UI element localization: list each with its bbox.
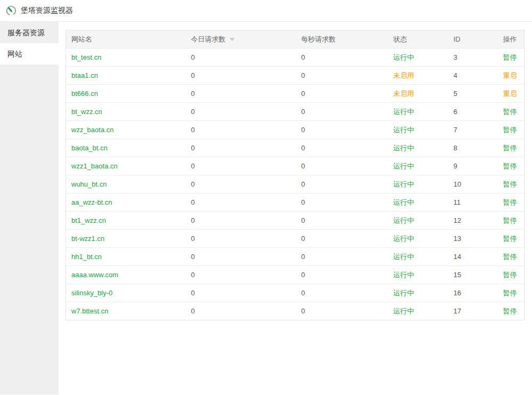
action-link[interactable]: 暂停 (503, 289, 517, 297)
today-requests-cell: 0 (186, 103, 296, 121)
per-second-requests: 0 (301, 180, 305, 188)
per-second-requests: 0 (301, 108, 305, 116)
site-name-link-cell: aa_wzz-bt.cn (66, 194, 186, 212)
status-badge-cell: 运行中 (388, 302, 448, 320)
today-requests: 0 (191, 198, 195, 206)
site-id: 3 (454, 53, 457, 61)
per-second-requests-cell: 0 (296, 121, 388, 139)
site-id-cell: 4 (448, 67, 498, 85)
status-badge-cell: 运行中 (388, 194, 448, 212)
table-row: wuhu_bt.cn00运行中10暂停 (66, 175, 525, 194)
today-requests-cell: 0 (186, 49, 296, 67)
per-second-requests: 0 (301, 126, 305, 134)
status-badge: 运行中 (394, 180, 414, 188)
site-id: 15 (454, 271, 461, 279)
site-name-link[interactable]: bt_wzz.cn (71, 108, 102, 116)
status-badge: 运行中 (394, 126, 414, 134)
action-link[interactable]: 暂停 (503, 108, 517, 116)
site-id-cell: 12 (448, 212, 498, 230)
site-name-link[interactable]: wzz1_baota.cn (71, 162, 118, 170)
per-second-requests: 0 (301, 144, 305, 152)
action-link[interactable]: 暂停 (503, 307, 517, 315)
per-second-requests: 0 (301, 307, 305, 315)
site-name-link[interactable]: aa_wzz-bt.cn (71, 198, 112, 206)
status-badge: 未启用 (394, 71, 414, 79)
site-name-link[interactable]: w7.bttest.cn (71, 307, 108, 315)
today-requests: 0 (191, 90, 195, 98)
table-row: bt1_wzz.cn00运行中12暂停 (66, 212, 525, 230)
site-id-cell: 6 (448, 103, 498, 121)
site-name-link[interactable]: baota_bt.cn (71, 144, 108, 152)
today-requests-cell: 0 (186, 284, 296, 302)
site-name-link[interactable]: wuhu_bt.cn (71, 180, 107, 188)
per-second-requests-cell: 0 (296, 194, 388, 212)
site-id: 12 (454, 216, 461, 224)
site-id-cell: 8 (448, 139, 498, 157)
action-link[interactable]: 暂停 (503, 162, 517, 170)
site-name-link-cell: bt_wzz.cn (66, 103, 186, 121)
site-name-link-cell: hh1_bt.cn (66, 248, 186, 266)
action-link[interactable]: 暂停 (503, 235, 517, 243)
site-name-link[interactable]: btaa1.cn (71, 71, 98, 79)
site-id-cell: 14 (448, 248, 498, 266)
site-name-link[interactable]: silinsky_bly-0 (71, 289, 112, 297)
site-id-cell: 5 (448, 85, 498, 103)
status-badge: 运行中 (394, 235, 414, 243)
site-id: 14 (454, 253, 461, 261)
status-badge: 运行中 (394, 144, 414, 152)
main-content: 网站名今日请求数每秒请求数状态ID操作 bt_test.cn00运行中3暂停bt… (59, 22, 532, 394)
today-requests: 0 (191, 253, 195, 261)
site-name-link-cell: baota_bt.cn (66, 139, 186, 157)
site-name-link[interactable]: aaaa.www.com (71, 271, 118, 279)
site-name-link[interactable]: wzz_baota.cn (71, 126, 114, 134)
action-link-cell: 重启 (498, 67, 525, 85)
action-link[interactable]: 暂停 (503, 198, 517, 206)
sidebar-item-websites[interactable]: 网站 (0, 43, 59, 65)
site-name-link[interactable]: bt666.cn (71, 90, 98, 98)
action-link[interactable]: 暂停 (503, 126, 517, 134)
table-row: aa_wzz-bt.cn00运行中11暂停 (66, 194, 525, 212)
action-link[interactable]: 重启 (503, 90, 517, 98)
action-link[interactable]: 重启 (503, 71, 517, 79)
column-header-today_requests[interactable]: 今日请求数 (186, 30, 296, 49)
sidebar-item-server-resources[interactable]: 服务器资源 (0, 22, 59, 43)
column-label: 今日请求数 (191, 35, 226, 43)
action-link[interactable]: 暂停 (503, 144, 517, 152)
site-name-link[interactable]: bt1_wzz.cn (71, 216, 106, 224)
site-name-link[interactable]: bt_test.cn (71, 53, 101, 61)
site-name-link[interactable]: hh1_bt.cn (71, 253, 102, 261)
column-header-action: 操作 (498, 30, 525, 49)
site-name-link[interactable]: bt-wzz1.cn (71, 235, 104, 243)
per-second-requests-cell: 0 (296, 67, 388, 85)
per-second-requests: 0 (301, 162, 305, 170)
status-badge-cell: 运行中 (388, 266, 448, 284)
status-badge-cell: 运行中 (388, 248, 448, 266)
per-second-requests: 0 (301, 253, 305, 261)
today-requests-cell: 0 (186, 248, 296, 266)
action-link[interactable]: 暂停 (503, 180, 517, 188)
action-link[interactable]: 暂停 (503, 253, 517, 261)
table-row: bt_wzz.cn00运行中6暂停 (66, 103, 525, 121)
action-link[interactable]: 暂停 (503, 53, 517, 61)
table-row: hh1_bt.cn00运行中14暂停 (66, 248, 525, 266)
status-badge: 运行中 (394, 253, 414, 261)
action-link-cell: 重启 (498, 85, 525, 103)
action-link[interactable]: 暂停 (503, 271, 517, 279)
status-badge: 运行中 (394, 289, 414, 297)
per-second-requests: 0 (301, 216, 305, 224)
site-id: 11 (454, 198, 461, 206)
column-header-id: ID (448, 30, 498, 49)
today-requests-cell: 0 (186, 266, 296, 284)
action-link[interactable]: 暂停 (503, 216, 517, 224)
per-second-requests: 0 (301, 71, 305, 79)
per-second-requests-cell: 0 (296, 266, 388, 284)
action-link-cell: 暂停 (498, 302, 525, 320)
today-requests: 0 (191, 289, 195, 297)
per-second-requests-cell: 0 (296, 284, 388, 302)
action-link-cell: 暂停 (498, 49, 525, 67)
status-badge-cell: 运行中 (388, 175, 448, 194)
action-link-cell: 暂停 (498, 157, 525, 175)
today-requests: 0 (191, 53, 195, 61)
status-badge: 运行中 (394, 271, 414, 279)
site-id: 9 (454, 162, 457, 170)
